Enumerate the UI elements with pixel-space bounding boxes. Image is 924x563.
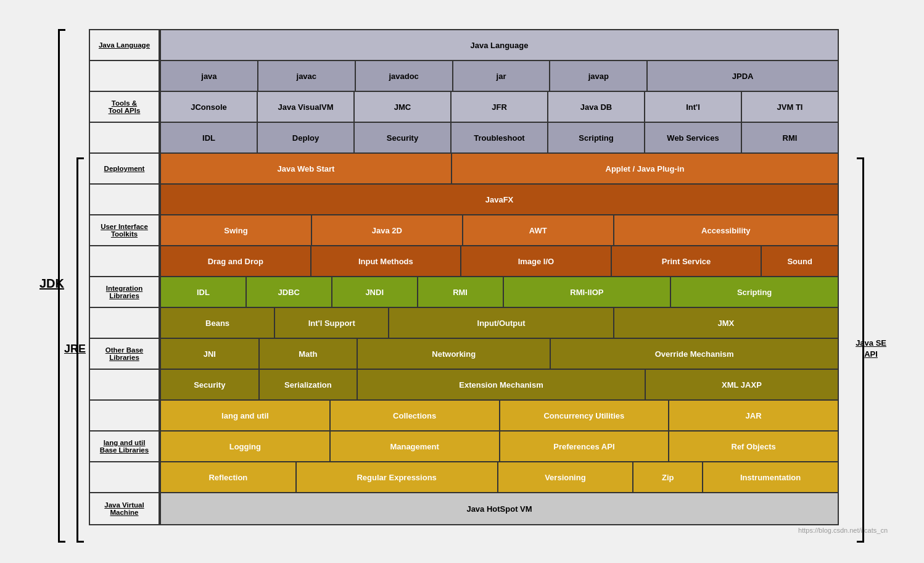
- cell: javadoc: [356, 61, 453, 91]
- cell: Serialization: [260, 370, 358, 399]
- content-grid: Java LanguagejavajavacjavadocjarjavapJPD…: [160, 29, 839, 525]
- cell: Input/Output: [389, 308, 614, 338]
- cell: Int'l: [645, 92, 742, 122]
- grid-row: SwingJava 2DAWTAccessibility: [161, 215, 838, 246]
- grid-row: ReflectionRegular ExpressionsVersioningZ…: [161, 462, 838, 493]
- cell: AWT: [463, 215, 614, 245]
- cell: IDL: [161, 123, 258, 152]
- cell: Reflection: [161, 462, 297, 492]
- cell: Concurrency Utilities: [500, 401, 670, 430]
- cell: Regular Expressions: [297, 462, 498, 492]
- cell: Math: [260, 339, 358, 369]
- row-label-text: Deployment: [104, 165, 145, 172]
- java-se-api-text: Java SEAPI: [856, 338, 886, 360]
- cell: XML JAXP: [646, 370, 838, 399]
- cell: Java Language: [161, 30, 838, 60]
- cell: Image I/O: [461, 246, 612, 276]
- cell: Java Web Start: [161, 154, 452, 183]
- row-label-text: User InterfaceToolkits: [101, 223, 148, 238]
- cell: Deploy: [258, 123, 355, 152]
- cell: JVM TI: [742, 92, 838, 122]
- grid-row: IDLJDBCJNDIRMIRMI-IIOPScripting: [161, 277, 838, 308]
- cell: JNI: [161, 339, 260, 369]
- cell: Java 2D: [312, 215, 463, 245]
- grid-row: javajavacjavadocjarjavapJPDA: [161, 61, 838, 92]
- cell: Management: [331, 432, 500, 461]
- cell: Scripting: [671, 277, 838, 307]
- grid-row: JConsoleJava VisualVMJMCJFRJava DBInt'lJ…: [161, 92, 838, 123]
- cell: JavaFX: [161, 185, 838, 214]
- cell: Accessibility: [614, 215, 838, 245]
- cell: Java VisualVM: [258, 92, 355, 122]
- cell: Collections: [331, 401, 500, 430]
- cell: Beans: [161, 308, 275, 338]
- cell: Security: [161, 370, 260, 399]
- cell: lang and util: [161, 401, 331, 430]
- cell: Logging: [161, 432, 331, 461]
- cell: JMX: [614, 308, 838, 338]
- cell: Web Services: [645, 123, 742, 152]
- row-label-text: IntegrationLibraries: [106, 285, 142, 299]
- cell: Scripting: [548, 123, 645, 152]
- cell: Extension Mechanism: [358, 370, 646, 399]
- cell: Sound: [762, 246, 838, 276]
- grid-row: JNIMathNetworkingOverride Mechanism: [161, 339, 838, 370]
- cell: Security: [355, 123, 452, 152]
- grid-row: LoggingManagementPreferences APIRef Obje…: [161, 432, 838, 462]
- cell: JPDA: [648, 61, 838, 91]
- grid-row: Java Language: [161, 30, 838, 61]
- row-label-text: Java Virtual Machine: [92, 501, 157, 516]
- cell: Instrumentation: [703, 462, 838, 492]
- cell: JMC: [355, 92, 452, 122]
- grid-row: SecuritySerializationExtension Mechanism…: [161, 370, 838, 401]
- cell: Preferences API: [500, 432, 670, 461]
- cell: jar: [453, 61, 551, 91]
- grid-row: IDLDeploySecurityTroubleshootScriptingWe…: [161, 123, 838, 154]
- cell: JAR: [669, 401, 838, 430]
- row-label-text: Tools &Tool APIs: [109, 99, 141, 114]
- grid-row: Drag and DropInput MethodsImage I/OPrint…: [161, 246, 838, 277]
- watermark: https://blog.csdn.net/itcats_cn: [36, 527, 888, 534]
- cell: Override Mechanism: [551, 339, 838, 369]
- row-label-text: Java Language: [99, 41, 150, 49]
- row-label-text: Other BaseLibraries: [105, 346, 143, 361]
- row-labels-col: Java LanguageTools &Tool APIsDeploymentU…: [89, 29, 160, 525]
- cell: Applet / Java Plug-in: [452, 154, 838, 183]
- cell: Print Service: [612, 246, 762, 276]
- grid-row: JavaFX: [161, 185, 838, 215]
- cell: Zip: [633, 462, 703, 492]
- grid-row: BeansInt'l SupportInput/OutputJMX: [161, 308, 838, 339]
- cell: Input Methods: [311, 246, 462, 276]
- cell: Java DB: [548, 92, 645, 122]
- cell: Int'l Support: [275, 308, 389, 338]
- cell: Troubleshoot: [452, 123, 548, 152]
- cell: javap: [550, 61, 648, 91]
- cell: RMI-IIOP: [504, 277, 672, 307]
- cell: Java HotSpot VM: [161, 493, 838, 524]
- cell: java: [161, 61, 258, 91]
- cell: IDL: [161, 277, 247, 307]
- cell: Swing: [161, 215, 312, 245]
- cell: RMI: [742, 123, 838, 152]
- cell: Networking: [358, 339, 551, 369]
- cell: JFR: [452, 92, 548, 122]
- cell: Drag and Drop: [161, 246, 311, 276]
- cell: RMI: [418, 277, 504, 307]
- grid-row: Java HotSpot VM: [161, 493, 838, 524]
- cell: JNDI: [332, 277, 418, 307]
- cell: javac: [258, 61, 356, 91]
- cell: Ref Objects: [669, 432, 838, 461]
- cell: Versioning: [498, 462, 634, 492]
- cell: JDBC: [247, 277, 332, 307]
- cell: JConsole: [161, 92, 258, 122]
- grid-row: Java Web StartApplet / Java Plug-in: [161, 154, 838, 185]
- diagram-wrapper: JDKJRE Java LanguageTools &Tool APIsDepl…: [36, 29, 888, 534]
- grid-row: lang and utilCollectionsConcurrency Util…: [161, 401, 838, 432]
- row-label-text: lang and utilBase Libraries: [100, 439, 149, 454]
